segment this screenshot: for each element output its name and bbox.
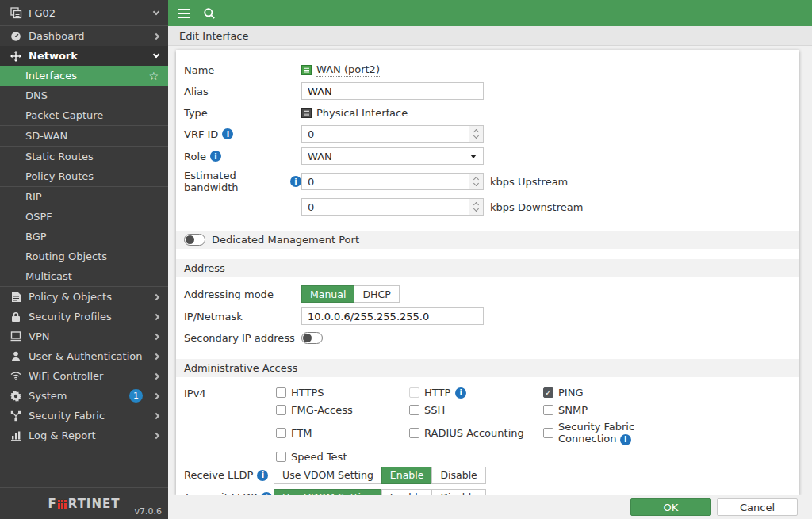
cancel-button[interactable]: Cancel (717, 498, 798, 516)
number-spinner[interactable] (469, 174, 483, 189)
dashboard-icon (10, 31, 22, 42)
sidebar-item-static-routes[interactable]: Static Routes (0, 147, 168, 166)
sidebar-item-wifi-controller[interactable]: WiFi Controller (0, 366, 168, 386)
checkbox-http[interactable]: HTTP i (409, 387, 543, 399)
chevron-right-icon (153, 333, 159, 339)
sidebar-item-security-fabric[interactable]: Security Fabric (0, 406, 168, 426)
favorite-star-icon[interactable]: ☆ (148, 70, 159, 82)
checkbox-ftm[interactable]: FTM (276, 427, 409, 439)
chevron-right-icon (153, 392, 159, 399)
address-section-header: Address (176, 259, 799, 277)
ipv4-access-row: IPv4 HTTPS HTTP i ✓ PING (176, 383, 799, 464)
dedicated-mgmt-toggle[interactable] (184, 234, 205, 246)
chevron-down-icon (153, 8, 159, 14)
sidebar-item-rip[interactable]: RIP (0, 187, 168, 207)
role-row: Rolei WAN (176, 145, 799, 167)
sidebar-item-policy-routes[interactable]: Policy Routes (0, 166, 168, 186)
security-fabric-icon (10, 410, 22, 422)
receive-lldp-enable-button[interactable]: Enable (381, 467, 433, 484)
gear-icon (10, 391, 22, 402)
main-area: Edit Interface Name WAN (port2) Alias (168, 0, 812, 519)
checkbox-radius-accounting[interactable]: RADIUS Accounting (409, 427, 543, 439)
checkbox-ssh[interactable]: SSH (409, 404, 543, 416)
checkbox-box (409, 387, 419, 398)
checkbox-snmp[interactable]: SNMP (543, 404, 655, 416)
info-icon: i (210, 151, 221, 162)
sidebar-item-routing-objects[interactable]: Routing Objects (0, 246, 168, 266)
receive-lldp-vdom-button[interactable]: Use VDOM Setting (274, 467, 382, 484)
info-icon: i (222, 128, 233, 139)
chevron-right-icon (153, 313, 159, 319)
transmit-lldp-vdom-button[interactable]: Use VDOM Setting (274, 489, 382, 495)
dedicated-mgmt-band: Dedicated Management Port (176, 231, 799, 249)
transmit-lldp-enable-button[interactable]: Enable (381, 489, 433, 495)
alias-row: Alias (176, 80, 799, 102)
receive-lldp-segmented: Use VDOM Setting Enable Disable (274, 467, 486, 484)
downstream-bandwidth-input[interactable]: 0 (301, 198, 484, 216)
chevron-right-icon (153, 432, 159, 438)
secondary-ip-row: Secondary IP address (176, 327, 799, 348)
breadcrumb: Edit Interface (168, 26, 812, 46)
secondary-ip-toggle[interactable] (301, 332, 323, 344)
transmit-lldp-disable-button[interactable]: Disable (431, 489, 485, 495)
checkbox-box (276, 452, 286, 462)
ok-button[interactable]: OK (630, 498, 711, 516)
checkbox-box (543, 405, 553, 415)
role-select[interactable]: WAN (301, 147, 484, 165)
sidebar-item-bgp[interactable]: BGP (0, 227, 168, 246)
chevron-right-icon (153, 353, 159, 359)
interface-name-value: WAN (port2) (316, 63, 380, 77)
sidebar-item-security-profiles[interactable]: Security Profiles (0, 307, 168, 326)
alias-input[interactable] (301, 82, 484, 100)
sidebar-item-vpn[interactable]: VPN (0, 326, 168, 346)
transmit-lldp-segmented: Use VDOM Setting Enable Disable (274, 489, 486, 495)
search-icon[interactable] (203, 7, 216, 20)
page-title: Edit Interface (179, 30, 249, 42)
downstream-unit-label: kbps Downstream (490, 201, 583, 213)
checkbox-security-fabric-connection[interactable]: Security Fabric Connection i (543, 422, 655, 445)
sidebar-item-packet-capture[interactable]: Packet Capture (0, 105, 168, 125)
vpn-monitor-icon (10, 331, 22, 342)
checkbox-speed-test[interactable]: Speed Test (276, 451, 409, 463)
sidebar-item-multicast[interactable]: Multicast (0, 266, 168, 286)
addressing-mode-dhcp-button[interactable]: DHCP (354, 285, 399, 303)
sidebar-item-sd-wan[interactable]: SD-WAN (0, 126, 168, 146)
upstream-unit-label: kbps Upstream (490, 176, 568, 188)
network-icon (10, 51, 22, 62)
sidebar-item-ospf[interactable]: OSPF (0, 207, 168, 227)
checkbox-fmg-access[interactable]: FMG-Access (276, 404, 409, 416)
upstream-bandwidth-input[interactable]: 0 (301, 173, 484, 190)
vrf-id-input[interactable]: 0 (301, 125, 484, 143)
content-area: Name WAN (port2) Alias Type (168, 46, 812, 495)
addressing-mode-manual-button[interactable]: Manual (301, 285, 354, 303)
receive-lldp-disable-button[interactable]: Disable (431, 467, 485, 484)
checkbox-box (276, 405, 286, 415)
checkbox-box-checked: ✓ (543, 387, 553, 398)
hamburger-menu-icon[interactable] (178, 9, 190, 18)
number-spinner[interactable] (469, 126, 483, 142)
checkbox-box (276, 428, 286, 438)
fortinet-logo: FRTINET (48, 497, 121, 511)
device-selector[interactable]: FG02 (0, 0, 168, 26)
checkbox-ping[interactable]: ✓ PING (543, 387, 655, 399)
sidebar-item-user-authentication[interactable]: User & Authentication (0, 346, 168, 366)
sidebar-item-system[interactable]: System 1 (0, 386, 168, 406)
bar-chart-icon (10, 430, 22, 441)
number-spinner[interactable] (469, 199, 483, 215)
sidebar-item-dashboard[interactable]: Dashboard (0, 26, 168, 46)
device-name: FG02 (29, 7, 56, 19)
ip-netmask-input[interactable] (301, 307, 484, 325)
type-row: Type Physical Interface (176, 102, 799, 123)
addressing-mode-segmented: Manual DHCP (301, 285, 400, 303)
app-window: FG02 Dashboard Network Interfaces ☆ DNS … (0, 0, 812, 519)
checkbox-https[interactable]: HTTPS (276, 387, 409, 399)
user-icon (10, 351, 22, 361)
sidebar-item-dns[interactable]: DNS (0, 86, 168, 105)
sidebar-item-interfaces[interactable]: Interfaces ☆ (0, 66, 168, 86)
admin-access-section-header: Administrative Access (176, 359, 799, 377)
sidebar-item-policy-objects[interactable]: Policy & Objects (0, 287, 168, 307)
sidebar-item-network[interactable]: Network (0, 46, 168, 66)
sidebar-item-log-report[interactable]: Log & Report (0, 426, 168, 445)
wifi-icon (10, 372, 22, 380)
addressing-mode-row: Addressing mode Manual DHCP (176, 283, 799, 305)
